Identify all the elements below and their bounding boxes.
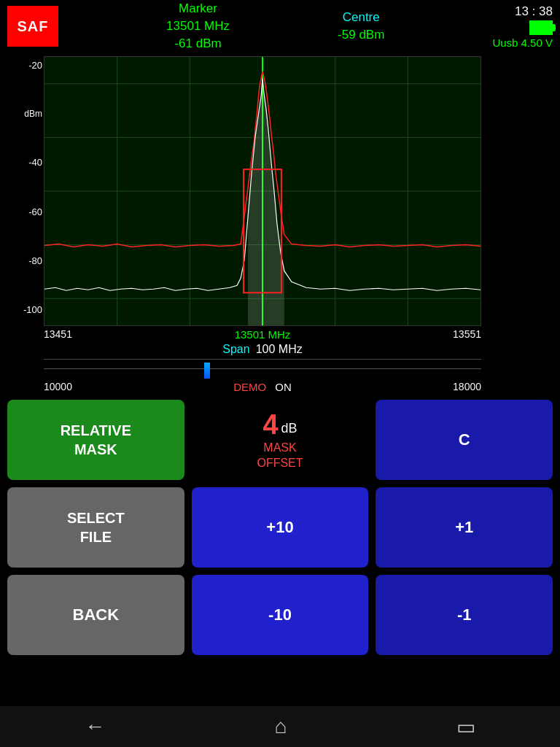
header: SAF Marker 13501 MHz -61 dBm Centre -59 … bbox=[0, 0, 560, 53]
centre-power: -59 dBm bbox=[338, 26, 384, 44]
centre-info: Centre -59 dBm bbox=[338, 9, 384, 44]
span-label: Span bbox=[222, 343, 249, 356]
buttons-area: RELATIVEMASK 4 dB MASKOFFSET C SELECTFIL… bbox=[0, 394, 560, 668]
minus-10-button[interactable]: -10 bbox=[192, 575, 369, 655]
y-label: dBm bbox=[1, 109, 42, 119]
marker-power: -61 dBm bbox=[166, 35, 230, 53]
x-center-label: 13501 MHz bbox=[44, 328, 481, 341]
marker-info: Marker 13501 MHz -61 dBm bbox=[166, 0, 230, 52]
select-file-button[interactable]: SELECTFILE bbox=[7, 487, 184, 568]
minimap-container bbox=[44, 359, 481, 381]
home-nav-icon[interactable]: ⌂ bbox=[275, 715, 287, 738]
c-button[interactable]: C bbox=[376, 400, 553, 480]
y-value-4: -80 bbox=[1, 255, 42, 266]
y-value-3: -60 bbox=[1, 206, 42, 217]
plus-1-button[interactable]: +1 bbox=[376, 487, 553, 568]
mask-offset-label: MASKOFFSET bbox=[257, 441, 303, 471]
button-row-3: BACK -10 -1 bbox=[7, 575, 553, 655]
relative-mask-button[interactable]: RELATIVEMASK bbox=[7, 400, 184, 480]
svg-marker-11 bbox=[248, 79, 284, 325]
minimap-line bbox=[44, 368, 481, 369]
mask-offset-display: 4 dB MASKOFFSET bbox=[192, 400, 369, 480]
back-nav-icon[interactable]: ← bbox=[85, 715, 105, 738]
on-text: ON bbox=[275, 381, 292, 393]
time-display: 13 : 38 bbox=[515, 4, 553, 19]
chart-container bbox=[44, 56, 481, 326]
y-value-2: -40 bbox=[1, 157, 42, 168]
marker-freq: 13501 MHz bbox=[166, 18, 230, 35]
mask-offset-db: dB bbox=[281, 421, 298, 441]
minus-1-button[interactable]: -1 bbox=[376, 575, 553, 655]
minimap-demo: DEMO ON bbox=[44, 381, 481, 393]
y-value-5: -100 bbox=[1, 304, 42, 315]
span-value: 100 MHz bbox=[256, 343, 303, 356]
y-axis: -20 dBm -40 -60 -80 -100 bbox=[0, 53, 44, 322]
spectrum-chart bbox=[44, 57, 481, 325]
saf-logo: SAF bbox=[7, 6, 58, 47]
battery-icon bbox=[529, 20, 553, 35]
time-battery: 13 : 38 Uusb 4.50 V bbox=[492, 4, 553, 49]
centre-label: Centre bbox=[338, 9, 384, 26]
span-row: Span 100 MHz bbox=[44, 343, 481, 356]
bottom-nav: ← ⌂ ▭ bbox=[0, 706, 560, 747]
spectrum-area: -20 dBm -40 -60 -80 -100 bbox=[0, 53, 560, 352]
button-row-1: RELATIVEMASK 4 dB MASKOFFSET C bbox=[7, 400, 553, 480]
plus-10-button[interactable]: +10 bbox=[192, 487, 369, 568]
usb-info: Uusb 4.50 V bbox=[492, 36, 553, 49]
recents-nav-icon[interactable]: ▭ bbox=[456, 715, 475, 739]
mask-offset-number: 4 bbox=[262, 409, 278, 441]
minimap-marker bbox=[204, 363, 210, 379]
marker-label: Marker bbox=[166, 0, 230, 18]
back-button[interactable]: BACK bbox=[7, 575, 184, 655]
button-row-2: SELECTFILE +10 +1 bbox=[7, 487, 553, 568]
y-value-1: -20 bbox=[1, 60, 42, 71]
demo-text: DEMO bbox=[233, 381, 266, 393]
